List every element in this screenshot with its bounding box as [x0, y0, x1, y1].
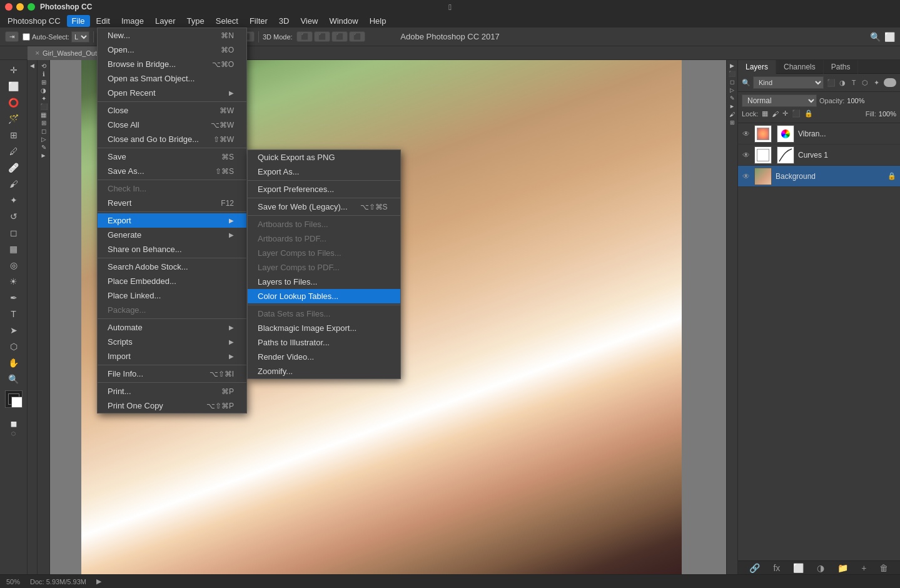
- lock-artboard-icon[interactable]: ⬛: [792, 109, 801, 118]
- menu-check-in[interactable]: Check In...: [98, 181, 246, 196]
- menu-place-embedded[interactable]: Place Embedded...: [98, 274, 246, 288]
- file-dropdown-menu[interactable]: New... ⌘N Open... ⌘O Browse in Bridge...…: [97, 28, 247, 413]
- tab-paths[interactable]: Paths: [824, 60, 859, 74]
- eyedropper-tool[interactable]: 🖊: [6, 144, 21, 159]
- submenu-save-web[interactable]: Save for Web (Legacy)... ⌥⇧⌘S: [248, 200, 400, 214]
- 3d-mode-3[interactable]: ⬛: [331, 31, 348, 42]
- menu-save[interactable]: Save ⌘S: [98, 150, 246, 164]
- submenu-zoomify[interactable]: Zoomify...: [248, 364, 400, 378]
- visibility-background[interactable]: 👁: [742, 172, 751, 181]
- menu-automate[interactable]: Automate ▶: [98, 320, 246, 335]
- timeline-btn[interactable]: ▷: [730, 87, 734, 93]
- info-icon[interactable]: ℹ: [43, 71, 45, 78]
- actions-btn[interactable]: ►: [729, 103, 735, 109]
- submenu-layers-files[interactable]: Layers to Files...: [248, 275, 400, 289]
- tab-channels[interactable]: Channels: [776, 60, 824, 74]
- gradient-tool[interactable]: ▦: [6, 241, 21, 256]
- clone-stamp-tool[interactable]: ✦: [6, 193, 21, 208]
- submenu-data-sets[interactable]: Data Sets as Files...: [248, 307, 400, 321]
- search-icon[interactable]: 🔍: [870, 32, 881, 42]
- blend-mode-dropdown[interactable]: Normal: [742, 94, 817, 107]
- visibility-curves[interactable]: 👁: [742, 151, 751, 160]
- timeline-icon[interactable]: ▷: [41, 136, 46, 143]
- add-mask-btn[interactable]: ⬜: [793, 563, 804, 573]
- delete-layer-btn[interactable]: 🗑: [879, 563, 888, 573]
- hand-tool[interactable]: ✋: [6, 355, 21, 370]
- menu-close[interactable]: Close ⌘W: [98, 103, 246, 118]
- submenu-layer-comps-files[interactable]: Layer Comps to Files...: [248, 246, 400, 260]
- foreground-color[interactable]: [5, 390, 23, 408]
- minimize-button[interactable]: [16, 3, 24, 11]
- menu-generate[interactable]: Generate ▶: [98, 228, 246, 242]
- pen-tool[interactable]: ✒: [6, 290, 21, 305]
- eraser-tool[interactable]: ◻: [6, 225, 21, 240]
- patterns-icon[interactable]: ⊞: [41, 119, 46, 126]
- menu-export[interactable]: Export ▶: [98, 213, 246, 228]
- path-select-tool[interactable]: ➤: [6, 323, 21, 338]
- marquee-tool[interactable]: ⬜: [6, 79, 21, 94]
- properties-icon[interactable]: ⊞: [41, 79, 46, 86]
- menu-image[interactable]: Image: [116, 15, 149, 27]
- lasso-tool[interactable]: ⭕: [6, 95, 21, 110]
- menu-import[interactable]: Import ▶: [98, 349, 246, 363]
- quick-select-tool[interactable]: 🪄: [6, 111, 21, 126]
- lock-transparent-icon[interactable]: ▦: [762, 109, 768, 118]
- filter-smart-icon[interactable]: ✦: [871, 78, 881, 88]
- actions-icon[interactable]: ►: [41, 152, 47, 159]
- menu-view[interactable]: View: [295, 15, 323, 27]
- 3d-mode-1[interactable]: ⬛: [296, 31, 313, 42]
- filter-pixel-icon[interactable]: ⬛: [826, 78, 836, 88]
- menu-print-one[interactable]: Print One Copy ⌥⇧⌘P: [98, 398, 246, 413]
- history-icon[interactable]: ⟲: [41, 63, 46, 69]
- 3d-mode-4[interactable]: ⬛: [349, 31, 365, 42]
- fill-value[interactable]: 100%: [879, 110, 896, 118]
- lock-image-icon[interactable]: 🖌: [772, 110, 779, 118]
- quick-mask[interactable]: ⬡: [11, 431, 16, 437]
- healing-tool[interactable]: 🩹: [6, 160, 21, 175]
- add-adjustment-btn[interactable]: ◑: [817, 563, 824, 573]
- menu-behance[interactable]: Share on Behance...: [98, 242, 246, 256]
- panel-toggle-1[interactable]: ◀: [30, 63, 34, 69]
- document-tab[interactable]: ✕ Girl_Washed_Out: [28, 46, 105, 60]
- notes-btn[interactable]: ✎: [730, 95, 735, 101]
- extra-tools[interactable]: ⬜: [11, 422, 17, 427]
- dodge-tool[interactable]: ☀: [6, 274, 21, 289]
- menu-close-all[interactable]: Close All ⌥⌘W: [98, 118, 246, 132]
- export-submenu[interactable]: Quick Export as PNG Export As... Export …: [247, 150, 401, 379]
- layer-vibrance[interactable]: 👁 Vibran...: [738, 123, 900, 144]
- menu-help[interactable]: Help: [365, 15, 392, 27]
- menu-package[interactable]: Package...: [98, 303, 246, 317]
- menu-file-info[interactable]: File Info... ⌥⇧⌘I: [98, 367, 246, 381]
- 3d-scene-icon[interactable]: ◻: [730, 79, 734, 85]
- notes-icon[interactable]: ✎: [41, 144, 46, 151]
- menu-open-smart[interactable]: Open as Smart Object...: [98, 71, 246, 86]
- auto-select-check[interactable]: [23, 33, 30, 41]
- menu-3d[interactable]: 3D: [274, 15, 295, 27]
- tab-close-icon[interactable]: ✕: [35, 50, 40, 56]
- menu-save-as[interactable]: Save As... ⇧⌘S: [98, 164, 246, 178]
- lock-all-icon[interactable]: 🔒: [804, 109, 813, 118]
- auto-select-dropdown[interactable]: L: [71, 31, 89, 43]
- shape-tool[interactable]: ⬡: [6, 339, 21, 354]
- tab-layers[interactable]: Layers: [738, 60, 776, 74]
- close-button[interactable]: [5, 3, 13, 11]
- layer-background[interactable]: 👁 Background 🔒: [738, 166, 900, 187]
- menu-print[interactable]: Print... ⌘P: [98, 384, 246, 398]
- maximize-button[interactable]: [28, 3, 35, 11]
- filter-toggle[interactable]: [884, 78, 896, 87]
- layer-curves[interactable]: 👁 Curves 1: [738, 144, 900, 166]
- submenu-export-as[interactable]: Export As...: [248, 165, 400, 179]
- submenu-artboards-pdf[interactable]: Artboards to PDF...: [248, 231, 400, 246]
- menu-layer[interactable]: Layer: [150, 15, 181, 27]
- add-group-btn[interactable]: 📁: [837, 563, 848, 573]
- right-panel-toggle[interactable]: ▶: [730, 63, 734, 69]
- blur-tool[interactable]: ◎: [6, 258, 21, 273]
- menu-browse-bridge[interactable]: Browse in Bridge... ⌥⌘O: [98, 57, 246, 71]
- gradients-icon[interactable]: ▦: [41, 111, 46, 118]
- submenu-export-prefs[interactable]: Export Preferences...: [248, 182, 400, 196]
- styles-icon[interactable]: ✦: [41, 95, 46, 102]
- submenu-blackmagic[interactable]: Blackmagic Image Export...: [248, 321, 400, 335]
- traffic-lights[interactable]: [5, 3, 35, 11]
- menu-file[interactable]: File: [67, 15, 90, 27]
- submenu-color-lookup[interactable]: Color Lookup Tables...: [248, 289, 400, 303]
